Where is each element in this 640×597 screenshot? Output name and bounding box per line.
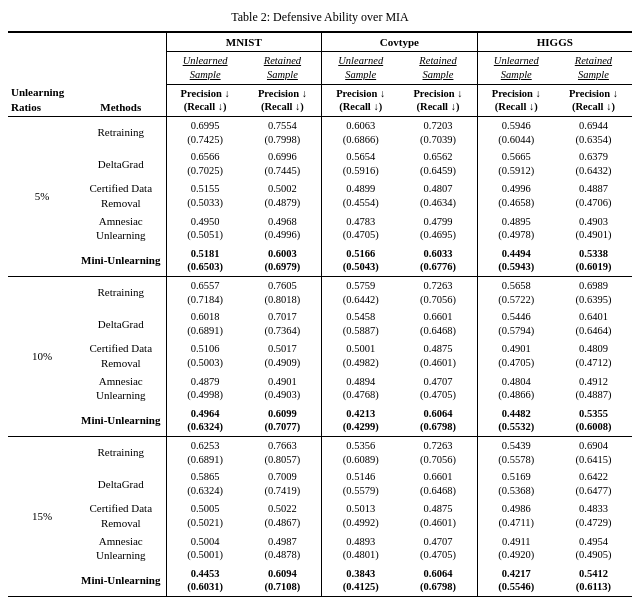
method-cell: Mini-Unlearning	[76, 245, 166, 277]
value-cell: 0.6401(0.6464)	[555, 308, 632, 339]
value-cell: 0.5169(0.5368)	[477, 468, 555, 499]
value-cell: 0.5002(0.4879)	[244, 179, 322, 212]
table-row: DeltaGrad0.5865(0.6324)0.7009(0.7419)0.5…	[8, 468, 632, 499]
value-cell: 0.4807(0.4634)	[399, 179, 477, 212]
value-cell: 0.4895(0.4978)	[477, 212, 555, 245]
value-cell: 0.4217(0.5546)	[477, 565, 555, 597]
value-cell: 0.4799(0.4695)	[399, 212, 477, 245]
value-cell: 0.4213(0.4299)	[322, 405, 400, 437]
value-cell: 0.7663(0.8057)	[244, 436, 322, 468]
value-cell: 0.7009(0.7419)	[244, 468, 322, 499]
value-cell: 0.6003(0.6979)	[244, 245, 322, 277]
table-row: 15%Retraining0.6253(0.6891)0.7663(0.8057…	[8, 436, 632, 468]
value-cell: 0.4901(0.4705)	[477, 339, 555, 372]
table-row: DeltaGrad0.6018(0.6891)0.7017(0.7364)0.5…	[8, 308, 632, 339]
value-cell: 0.7203(0.7039)	[399, 116, 477, 148]
value-cell: 0.6033(0.6776)	[399, 245, 477, 277]
value-cell: 0.4964(0.6324)	[166, 405, 244, 437]
value-cell: 0.4879(0.4998)	[166, 372, 244, 405]
value-cell: 0.5439(0.5578)	[477, 436, 555, 468]
method-cell: DeltaGrad	[76, 148, 166, 179]
value-cell: 0.6904(0.6415)	[555, 436, 632, 468]
value-cell: 0.6422(0.6477)	[555, 468, 632, 499]
value-cell: 0.4903(0.4901)	[555, 212, 632, 245]
method-cell: DeltaGrad	[76, 308, 166, 339]
value-cell: 0.4986(0.4711)	[477, 499, 555, 532]
method-cell: DeltaGrad	[76, 468, 166, 499]
method-cell: AmnesiacUnlearning	[76, 372, 166, 405]
value-cell: 0.5865(0.6324)	[166, 468, 244, 499]
value-cell: 0.5005(0.5021)	[166, 499, 244, 532]
method-cell: Retraining	[76, 276, 166, 308]
method-cell: Mini-Unlearning	[76, 565, 166, 597]
value-cell: 0.7263(0.7056)	[399, 276, 477, 308]
value-cell: 0.5946(0.6044)	[477, 116, 555, 148]
value-cell: 0.4987(0.4878)	[244, 532, 322, 565]
table-row: AmnesiacUnlearning0.4950(0.5051)0.4968(0…	[8, 212, 632, 245]
value-cell: 0.4482(0.5532)	[477, 405, 555, 437]
value-cell: 0.3843(0.4125)	[322, 565, 400, 597]
value-cell: 0.5356(0.6089)	[322, 436, 400, 468]
value-cell: 0.6064(0.6798)	[399, 565, 477, 597]
value-cell: 0.4901(0.4903)	[244, 372, 322, 405]
value-cell: 0.7017(0.7364)	[244, 308, 322, 339]
value-cell: 0.4968(0.4996)	[244, 212, 322, 245]
value-cell: 0.5022(0.4867)	[244, 499, 322, 532]
table-title: Table 2: Defensive Ability over MIA	[8, 10, 632, 25]
value-cell: 0.6601(0.6468)	[399, 308, 477, 339]
value-cell: 0.6989(0.6395)	[555, 276, 632, 308]
value-cell: 0.5759(0.6442)	[322, 276, 400, 308]
value-cell: 0.4875(0.4601)	[399, 499, 477, 532]
value-cell: 0.4912(0.4887)	[555, 372, 632, 405]
table-row: Mini-Unlearning0.4964(0.6324)0.6099(0.70…	[8, 405, 632, 437]
value-cell: 0.6944(0.6354)	[555, 116, 632, 148]
value-cell: 0.5458(0.5887)	[322, 308, 400, 339]
value-cell: 0.6379(0.6432)	[555, 148, 632, 179]
value-cell: 0.5665(0.5912)	[477, 148, 555, 179]
value-cell: 0.5146(0.5579)	[322, 468, 400, 499]
table-row: Certified DataRemoval0.5155(0.5033)0.500…	[8, 179, 632, 212]
value-cell: 0.6253(0.6891)	[166, 436, 244, 468]
value-cell: 0.6099(0.7077)	[244, 405, 322, 437]
value-cell: 0.6018(0.6891)	[166, 308, 244, 339]
mnist-metric-2: Precision ↓(Recall ↓)	[244, 84, 322, 116]
table-row: AmnesiacUnlearning0.4879(0.4998)0.4901(0…	[8, 372, 632, 405]
value-cell: 0.5181(0.6503)	[166, 245, 244, 277]
value-cell: 0.7605(0.8018)	[244, 276, 322, 308]
value-cell: 0.7263(0.7056)	[399, 436, 477, 468]
value-cell: 0.4875(0.4601)	[399, 339, 477, 372]
covtype-retained-header: RetainedSample	[399, 52, 477, 84]
mnist-unlearned-header: UnlearnedSample	[166, 52, 244, 84]
value-cell: 0.5004(0.5001)	[166, 532, 244, 565]
higgs-header: HIGGS	[477, 32, 632, 52]
ratio-cell: 15%	[8, 436, 76, 597]
value-cell: 0.4911(0.4920)	[477, 532, 555, 565]
covtype-metric-1: Precision ↓(Recall ↓)	[322, 84, 400, 116]
value-cell: 0.4954(0.4905)	[555, 532, 632, 565]
table-row: AmnesiacUnlearning0.5004(0.5001)0.4987(0…	[8, 532, 632, 565]
value-cell: 0.4950(0.5051)	[166, 212, 244, 245]
value-cell: 0.5166(0.5043)	[322, 245, 400, 277]
table-row: 5%Retraining0.6995(0.7425)0.7554(0.7998)…	[8, 116, 632, 148]
value-cell: 0.5106(0.5003)	[166, 339, 244, 372]
value-cell: 0.4494(0.5943)	[477, 245, 555, 277]
value-cell: 0.5658(0.5722)	[477, 276, 555, 308]
value-cell: 0.4707(0.4705)	[399, 372, 477, 405]
value-cell: 0.4804(0.4866)	[477, 372, 555, 405]
method-cell: AmnesiacUnlearning	[76, 212, 166, 245]
mnist-header: MNIST	[166, 32, 322, 52]
value-cell: 0.6094(0.7108)	[244, 565, 322, 597]
table-row: DeltaGrad0.6566(0.7025)0.6996(0.7445)0.5…	[8, 148, 632, 179]
value-cell: 0.4809(0.4712)	[555, 339, 632, 372]
mnist-metric-1: Precision ↓(Recall ↓)	[166, 84, 244, 116]
method-cell: Retraining	[76, 436, 166, 468]
value-cell: 0.6566(0.7025)	[166, 148, 244, 179]
value-cell: 0.6063(0.6866)	[322, 116, 400, 148]
value-cell: 0.5654(0.5916)	[322, 148, 400, 179]
method-cell: Certified DataRemoval	[76, 179, 166, 212]
higgs-unlearned-header: UnlearnedSample	[477, 52, 555, 84]
value-cell: 0.5013(0.4992)	[322, 499, 400, 532]
covtype-metric-2: Precision ↓(Recall ↓)	[399, 84, 477, 116]
method-cell: Certified DataRemoval	[76, 499, 166, 532]
value-cell: 0.6601(0.6468)	[399, 468, 477, 499]
